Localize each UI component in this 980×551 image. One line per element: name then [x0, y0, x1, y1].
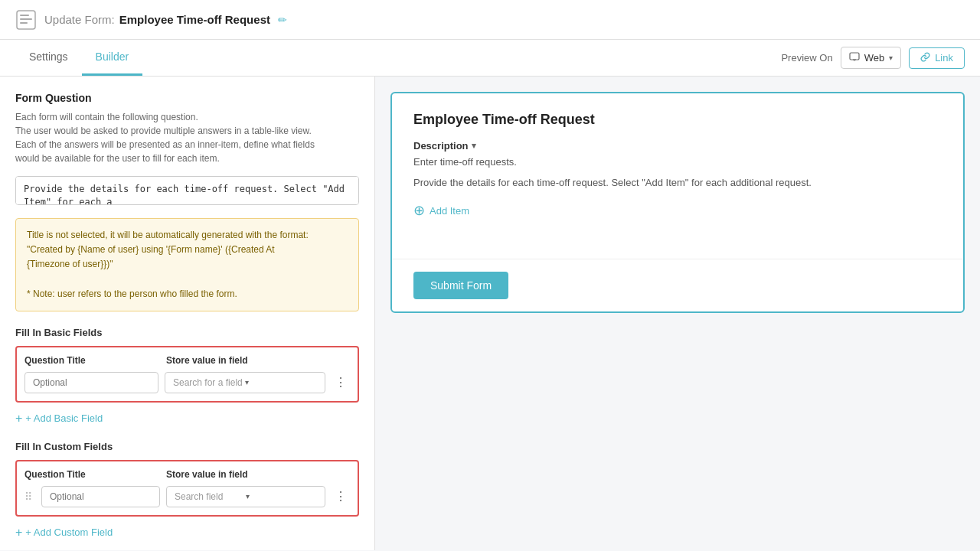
form-icon — [15, 9, 37, 31]
add-item-plus-icon: ⊕ — [413, 204, 425, 217]
svg-rect-3 — [20, 22, 28, 24]
preview-option-text: Web — [864, 52, 885, 64]
add-item-label: Add Item — [430, 205, 469, 217]
form-preview: Employee Time-off Request Description ▾ … — [390, 92, 965, 313]
custom-fields-row: ⠿ Search field ▾ ⋮ — [24, 486, 350, 507]
tabs-right: Preview On Web ▾ Link — [781, 47, 965, 69]
basic-search-field-text: Search for a field — [173, 377, 245, 388]
warning-box: Title is not selected, it will be automa… — [15, 218, 359, 311]
add-item-button[interactable]: ⊕ Add Item — [413, 204, 942, 217]
right-panel: Employee Time-off Request Description ▾ … — [375, 77, 980, 550]
submit-form-button[interactable]: Submit Form — [413, 272, 508, 299]
edit-icon[interactable]: ✏ — [278, 14, 287, 26]
basic-optional-input[interactable] — [24, 372, 158, 393]
description-text: Enter time-off requests. — [413, 156, 942, 168]
add-custom-field-plus-icon: + — [15, 526, 22, 540]
drag-handle-icon[interactable]: ⠿ — [24, 491, 32, 503]
tabs-bar: Settings Builder Preview On Web ▾ Link — [0, 40, 980, 77]
form-preview-body: Employee Time-off Request Description ▾ … — [392, 93, 963, 259]
preview-web-icon — [849, 51, 860, 64]
basic-fields-title: Fill In Basic Fields — [15, 327, 359, 338]
form-preview-title: Employee Time-off Request — [413, 112, 942, 128]
main-layout: Form Question Each form will contain the… — [0, 77, 980, 550]
svg-rect-1 — [20, 15, 29, 16]
custom-search-field-text: Search field — [175, 491, 246, 502]
svg-rect-2 — [20, 18, 32, 20]
form-question-section: Form Question Each form will contain the… — [15, 92, 359, 218]
preview-select[interactable]: Web ▾ — [841, 47, 902, 69]
header-title-prefix: Update Form: — [44, 13, 115, 26]
basic-fields-section: Fill In Basic Fields Question Title Stor… — [15, 327, 359, 425]
form-question-desc: Each form will contain the following que… — [15, 110, 359, 165]
header-title-main: Employee Time-off Request — [119, 13, 270, 26]
tabs-left: Settings Builder — [15, 40, 142, 76]
left-panel: Form Question Each form will contain the… — [0, 77, 375, 550]
add-basic-field-button[interactable]: + + Add Basic Field — [15, 412, 359, 425]
form-preview-footer: Submit Form — [392, 259, 963, 311]
tab-builder[interactable]: Builder — [82, 40, 143, 76]
basic-fields-header: Question Title Store value in field — [24, 355, 350, 366]
custom-search-chevron-icon: ▾ — [246, 492, 317, 500]
custom-fields-title: Fill In Custom Fields — [15, 441, 359, 452]
tab-settings[interactable]: Settings — [15, 40, 82, 76]
custom-col-store-header: Store value in field — [166, 469, 350, 480]
custom-fields-header: Question Title Store value in field — [24, 469, 350, 480]
custom-search-field-select[interactable]: Search field ▾ — [166, 486, 325, 507]
link-icon — [920, 52, 930, 64]
preview-label: Preview On — [781, 52, 832, 64]
form-question-title: Form Question — [15, 92, 359, 104]
custom-more-icon[interactable]: ⋮ — [332, 486, 350, 507]
description-chevron-icon: ▾ — [472, 141, 476, 151]
svg-rect-4 — [850, 53, 859, 60]
basic-more-icon[interactable]: ⋮ — [332, 372, 350, 393]
instruction-text: Provide the details for each time-off re… — [413, 177, 942, 188]
custom-fields-section: Fill In Custom Fields Question Title Sto… — [15, 441, 359, 540]
basic-col-store-header: Store value in field — [166, 355, 350, 366]
question-textarea[interactable]: Provide the details for each time-off re… — [15, 176, 359, 205]
preview-chevron-icon: ▾ — [889, 54, 893, 62]
custom-col-question-header: Question Title — [24, 469, 166, 480]
custom-fields-table: Question Title Store value in field ⠿ Se… — [15, 460, 359, 517]
add-custom-field-label: + Add Custom Field — [25, 527, 113, 538]
custom-optional-input[interactable] — [41, 486, 160, 507]
link-button[interactable]: Link — [909, 47, 965, 69]
basic-fields-row: Search for a field ▾ ⋮ — [24, 372, 350, 393]
add-custom-field-button[interactable]: + + Add Custom Field — [15, 526, 359, 540]
add-basic-field-label: + Add Basic Field — [25, 412, 103, 424]
basic-search-field-select[interactable]: Search for a field ▾ — [165, 372, 325, 393]
basic-fields-table: Question Title Store value in field Sear… — [15, 346, 359, 403]
basic-col-question-header: Question Title — [24, 355, 166, 366]
link-btn-label: Link — [935, 52, 953, 64]
basic-search-chevron-icon: ▾ — [245, 378, 317, 386]
app-header: Update Form: Employee Time-off Request ✏ — [0, 0, 980, 40]
add-basic-field-plus-icon: + — [15, 412, 22, 425]
description-label: Description ▾ — [413, 140, 942, 152]
